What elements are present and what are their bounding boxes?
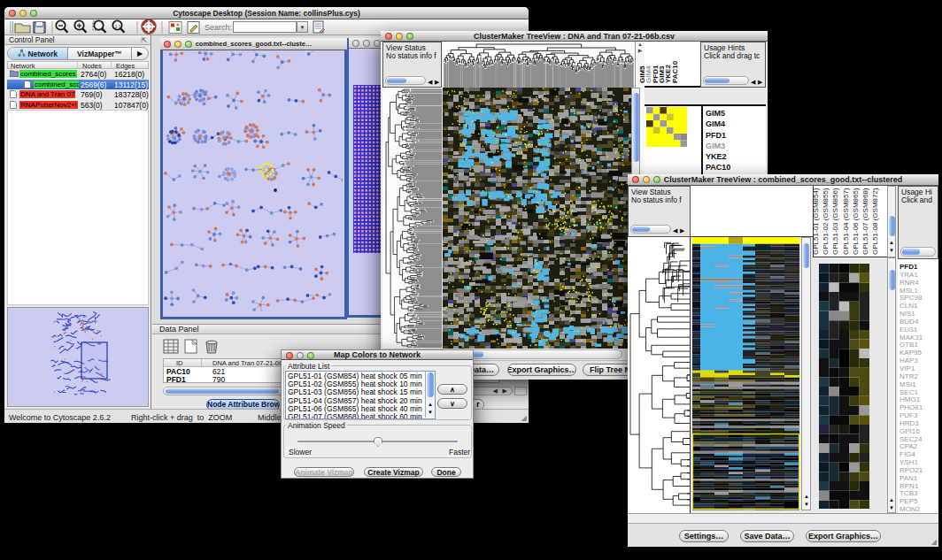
svg-text:1:1: 1:1: [115, 24, 121, 29]
